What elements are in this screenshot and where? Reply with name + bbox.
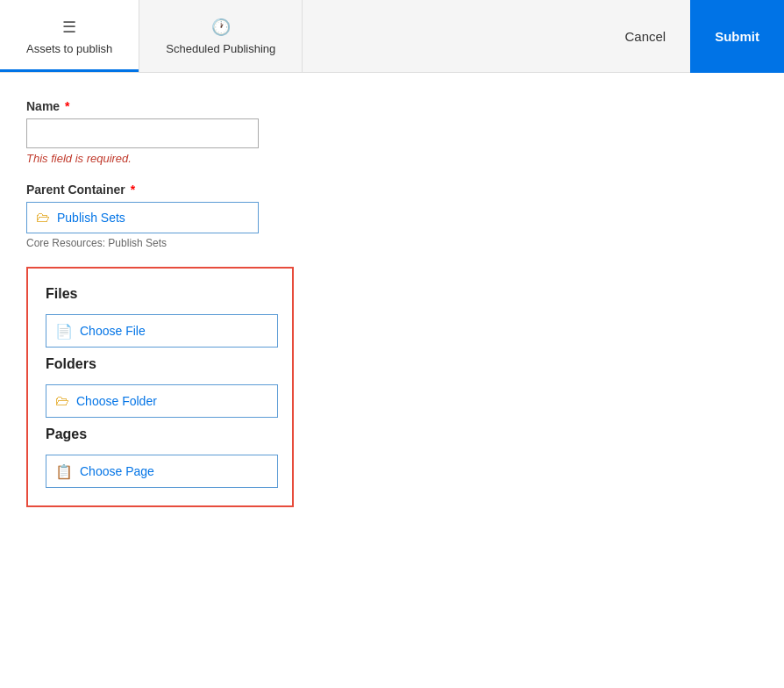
choose-file-label: Choose File bbox=[80, 324, 146, 338]
folder-icon: 🗁 bbox=[36, 210, 50, 226]
parent-container-value: Publish Sets bbox=[57, 211, 125, 225]
folders-heading: Folders bbox=[46, 356, 274, 372]
parent-container-breadcrumb: Core Resources: Publish Sets bbox=[26, 237, 588, 249]
cancel-button[interactable]: Cancel bbox=[600, 0, 690, 73]
name-field-group: Name * This field is required. bbox=[26, 99, 588, 165]
parent-container-required-star: * bbox=[131, 183, 135, 197]
tab-scheduled-label: Scheduled Publishing bbox=[166, 42, 275, 55]
submit-button[interactable]: Submit bbox=[690, 0, 784, 73]
folders-sub-section: Folders 🗁 Choose Folder bbox=[46, 356, 274, 418]
parent-container-select-button[interactable]: 🗁 Publish Sets bbox=[26, 202, 259, 233]
tab-assets-label: Assets to publish bbox=[26, 42, 112, 55]
tab-assets-to-publish[interactable]: ☰ Assets to publish bbox=[0, 0, 139, 72]
choose-folder-label: Choose Folder bbox=[76, 394, 157, 408]
pages-sub-section: Pages 📋 Choose Page bbox=[46, 426, 274, 488]
folder-choose-icon: 🗁 bbox=[55, 393, 69, 409]
header: ☰ Assets to publish 🕐 Scheduled Publishi… bbox=[0, 0, 784, 73]
assets-section: Files 📄 Choose File Folders 🗁 Choose Fol… bbox=[26, 267, 294, 507]
name-input[interactable] bbox=[26, 118, 259, 148]
pages-heading: Pages bbox=[46, 426, 274, 442]
file-icon: 📄 bbox=[55, 323, 73, 340]
choose-page-button[interactable]: 📋 Choose Page bbox=[46, 455, 278, 488]
files-heading: Files bbox=[46, 286, 274, 302]
choose-file-button[interactable]: 📄 Choose File bbox=[46, 314, 278, 348]
parent-container-label: Parent Container * bbox=[26, 183, 588, 197]
name-required-star: * bbox=[65, 99, 69, 113]
name-error-text: This field is required. bbox=[26, 152, 588, 165]
name-label: Name * bbox=[26, 99, 588, 113]
header-spacer bbox=[303, 0, 600, 72]
header-actions: Cancel Submit bbox=[600, 0, 784, 72]
choose-page-label: Choose Page bbox=[80, 464, 154, 478]
clock-icon: 🕐 bbox=[211, 18, 231, 37]
parent-container-field-group: Parent Container * 🗁 Publish Sets Core R… bbox=[26, 183, 588, 249]
choose-folder-button[interactable]: 🗁 Choose Folder bbox=[46, 384, 278, 418]
page-icon: 📋 bbox=[55, 463, 73, 480]
assets-icon: ☰ bbox=[62, 18, 76, 37]
files-sub-section: Files 📄 Choose File bbox=[46, 286, 274, 348]
tab-scheduled-publishing[interactable]: 🕐 Scheduled Publishing bbox=[139, 0, 303, 72]
form-content: Name * This field is required. Parent Co… bbox=[0, 73, 614, 534]
